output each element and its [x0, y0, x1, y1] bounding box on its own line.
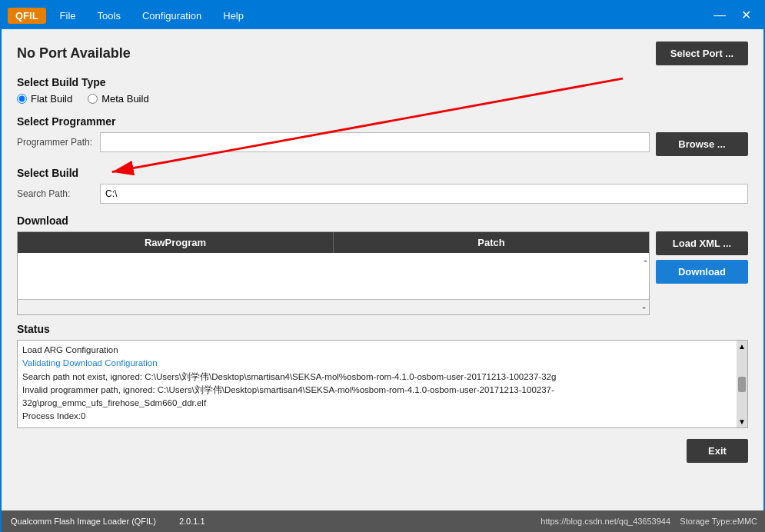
download-table-footer: - — [18, 299, 649, 314]
select-build-title: Select Build — [17, 167, 748, 179]
main-content: No Port Available Select Port ... Select… — [2, 29, 763, 512]
bottom-right: https://blog.csdn.net/qq_43653944 Storag… — [540, 517, 757, 526]
flat-build-label: Flat Build — [31, 93, 72, 105]
status-title: Status — [17, 323, 748, 335]
port-status-text: No Port Available — [17, 45, 131, 62]
flat-build-radio[interactable] — [17, 94, 27, 104]
download-buttons: Load XML ... Download — [656, 231, 748, 284]
scroll-thumb[interactable] — [738, 377, 746, 392]
status-line-3: Invalid programmer path, ignored: C:\Use… — [22, 384, 733, 411]
menu-tools[interactable]: Tools — [87, 5, 131, 26]
build-type-options: Flat Build Meta Build — [17, 93, 748, 105]
meta-build-label: Meta Build — [101, 93, 148, 105]
app-logo: QFIL — [8, 8, 46, 24]
programmer-field-row: Programmer Path: — [17, 132, 650, 152]
load-xml-button[interactable]: Load XML ... — [656, 231, 748, 255]
status-scrollbar[interactable]: ▲ ▼ — [737, 341, 747, 427]
window-controls: — ✕ — [707, 8, 757, 23]
menu-configuration[interactable]: Configuration — [131, 5, 212, 26]
programmer-title: Select Programmer — [17, 115, 748, 128]
programmer-path-input[interactable] — [100, 132, 650, 152]
app-name-label: Qualcomm Flash Image Loader (QFIL) — [11, 517, 156, 526]
scroll-up-icon[interactable]: ▲ — [738, 342, 746, 351]
meta-build-radio[interactable] — [88, 94, 98, 104]
storage-type-label: Storage Type:eMMC — [680, 517, 757, 526]
table-minus-icon[interactable]: - — [644, 254, 647, 267]
exit-row: Exit — [17, 434, 748, 463]
url-label: https://blog.csdn.net/qq_43653944 — [540, 517, 670, 526]
close-button[interactable]: ✕ — [735, 8, 757, 23]
bottom-bar: Qualcomm Flash Image Loader (QFIL) 2.0.1… — [2, 510, 765, 532]
status-line-4: Process Index:0 — [22, 410, 733, 423]
search-path-label: Search Path: — [17, 188, 94, 199]
download-section: Download RawProgram Patch - - Load XML .… — [17, 214, 748, 315]
status-box: Load ARG Configuration Validating Downlo… — [17, 340, 748, 428]
minimize-button[interactable]: — — [707, 8, 732, 23]
download-title: Download — [17, 214, 748, 227]
download-table-body: - — [18, 253, 649, 299]
bottom-left: Qualcomm Flash Image Loader (QFIL) 2.0.1… — [11, 517, 205, 526]
footer-minus-icon[interactable]: - — [642, 302, 646, 313]
rawprogram-header: RawProgram — [18, 232, 334, 253]
exit-button[interactable]: Exit — [687, 439, 748, 463]
meta-build-option[interactable]: Meta Build — [88, 93, 148, 105]
download-button[interactable]: Download — [656, 260, 748, 284]
programmer-section: Select Programmer Programmer Path: Brows… — [17, 115, 748, 156]
download-layout: RawProgram Patch - - Load XML ... Downlo… — [17, 231, 748, 315]
programmer-left: Programmer Path: — [17, 132, 650, 152]
search-path-input[interactable] — [100, 184, 748, 204]
version-label: 2.0.1.1 — [179, 517, 205, 526]
download-table-header: RawProgram Patch — [18, 232, 649, 253]
status-section: Status Load ARG Configuration Validating… — [17, 323, 748, 428]
patch-header: Patch — [334, 232, 649, 253]
search-path-row: Search Path: — [17, 184, 748, 204]
programmer-row: Programmer Path: Browse ... — [17, 132, 748, 156]
status-line-1: Validating Download Configuration — [22, 357, 733, 370]
select-build-section: Select Build Search Path: — [17, 167, 748, 204]
build-type-section: Select Build Type Flat Build Meta Build — [17, 76, 748, 105]
build-type-title: Select Build Type — [17, 76, 748, 88]
menu-file[interactable]: File — [49, 5, 87, 26]
status-line-2: Search path not exist, ignored: C:\Users… — [22, 371, 733, 384]
programmer-label: Programmer Path: — [17, 137, 94, 148]
menu-help[interactable]: Help — [212, 5, 254, 26]
programmer-browse-button[interactable]: Browse ... — [656, 132, 748, 156]
title-bar: QFIL File Tools Configuration Help — ✕ — [2, 2, 763, 29]
scroll-down-icon[interactable]: ▼ — [738, 417, 746, 426]
flat-build-option[interactable]: Flat Build — [17, 93, 72, 105]
status-line-0: Load ARG Configuration — [22, 344, 733, 357]
port-row: No Port Available Select Port ... — [17, 42, 748, 65]
select-port-button[interactable]: Select Port ... — [656, 42, 748, 65]
menu-bar: File Tools Configuration Help — [49, 5, 707, 26]
download-table: RawProgram Patch - - — [17, 231, 650, 315]
